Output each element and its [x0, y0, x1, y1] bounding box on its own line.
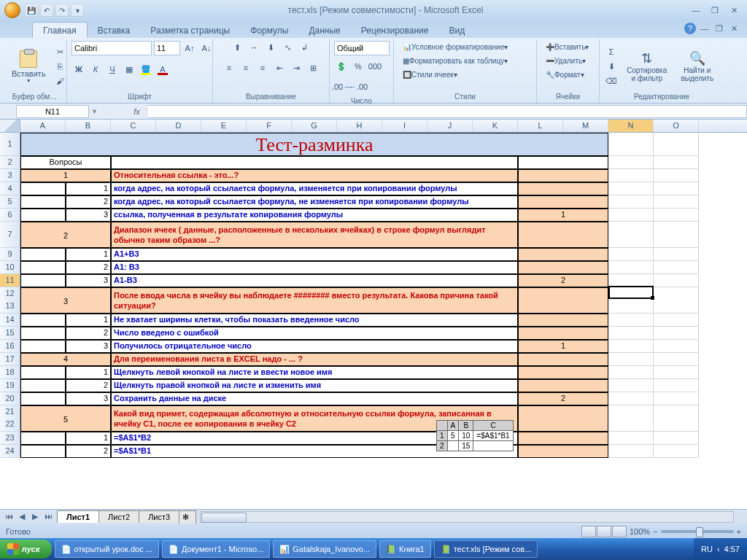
copy-icon[interactable]: ⎘ [53, 60, 68, 73]
sheet-tab[interactable]: Лист2 [98, 510, 139, 523]
cell[interactable] [518, 432, 608, 445]
cell[interactable] [608, 366, 654, 379]
row-header[interactable]: 4 [0, 182, 20, 195]
office-button[interactable] [4, 2, 20, 18]
sheet-last-icon[interactable]: ⏭ [42, 512, 54, 521]
cell[interactable]: 2 [66, 445, 111, 458]
cell[interactable]: Щелкнуть левой кнопкой на листе и ввести… [111, 366, 518, 379]
format-painter-icon[interactable]: 🖌 [53, 74, 68, 88]
cell[interactable] [608, 156, 654, 169]
sheet-next-icon[interactable]: ▶ [29, 512, 41, 521]
cell[interactable] [654, 445, 699, 458]
dec-decimal-icon[interactable]: ←.00 [351, 80, 365, 93]
cell[interactable] [518, 327, 608, 340]
task-item[interactable]: 📗Книга1 [379, 540, 431, 558]
cell[interactable] [608, 222, 654, 248]
cell[interactable] [654, 392, 699, 405]
cell[interactable]: 1 [518, 340, 608, 353]
task-item[interactable]: 📊Gatalskaja_Ivanovo... [273, 540, 376, 558]
tab-review[interactable]: Рецензирование [351, 23, 439, 38]
cell[interactable]: Не хватает ширины клетки, чтобы показать… [111, 314, 518, 327]
cell[interactable] [20, 274, 66, 287]
currency-icon[interactable]: 💲 [334, 60, 349, 73]
spreadsheet-grid[interactable]: A B C D E F G H I J K L M N O 1 Тест-раз… [0, 120, 747, 524]
zoom-level[interactable]: 100% [630, 527, 650, 536]
grow-font-icon[interactable]: A↑ [182, 42, 197, 55]
row-header[interactable]: 6 [0, 209, 20, 222]
cell[interactable]: 3 [66, 274, 111, 287]
cell[interactable] [608, 261, 654, 274]
cell[interactable] [608, 314, 654, 327]
row-header[interactable]: 78 [0, 222, 20, 248]
cell[interactable] [608, 248, 654, 261]
undo-icon[interactable]: ↶ [40, 4, 53, 17]
cell[interactable] [654, 287, 699, 314]
col-header[interactable]: I [382, 120, 427, 132]
cell[interactable] [654, 405, 699, 432]
cell[interactable] [654, 248, 699, 261]
cell[interactable] [608, 169, 654, 182]
indent-inc-icon[interactable]: ⇥ [289, 61, 303, 74]
cell[interactable]: 2 [20, 222, 111, 248]
zoom-out-button[interactable]: − [653, 527, 657, 536]
align-middle-icon[interactable]: ↔ [247, 41, 262, 54]
zoom-in-button[interactable]: + [737, 527, 741, 536]
cell[interactable] [20, 261, 66, 274]
cell[interactable]: Для переименования листа в EXCEL надо - … [111, 353, 518, 366]
cell[interactable] [20, 314, 66, 327]
cell[interactable] [518, 248, 608, 261]
cell[interactable]: Диапазон ячеек ( данные, расположенные в… [111, 222, 518, 248]
cell[interactable] [20, 340, 66, 353]
cell[interactable]: 2 [66, 261, 111, 274]
cell[interactable]: Относительная ссылка - это...? [111, 169, 518, 182]
cell[interactable] [20, 432, 66, 445]
cell[interactable]: 1 [66, 432, 111, 445]
cell[interactable] [518, 445, 608, 458]
cell[interactable] [654, 156, 699, 169]
horizontal-scrollbar[interactable] [200, 511, 734, 523]
task-item[interactable]: 📄Документ1 - Microso... [162, 540, 270, 558]
tab-view[interactable]: Вид [438, 23, 475, 38]
cell[interactable] [654, 327, 699, 340]
align-bottom-icon[interactable]: ⬇ [264, 41, 279, 54]
cell[interactable] [20, 327, 66, 340]
tab-formulas[interactable]: Формулы [240, 23, 298, 38]
tab-page-layout[interactable]: Разметка страницы [140, 23, 240, 38]
cell[interactable] [654, 133, 699, 156]
row-header[interactable]: 17 [0, 353, 20, 366]
col-header[interactable]: K [473, 120, 518, 132]
cell[interactable] [654, 314, 699, 327]
col-header[interactable]: N [608, 120, 654, 132]
format-cells-button[interactable]: 🔧 Формат ▾ [541, 69, 589, 81]
cell[interactable] [20, 366, 66, 379]
save-icon[interactable]: 💾 [25, 4, 38, 17]
sheet-tab[interactable]: Лист3 [139, 510, 179, 523]
row-header[interactable]: 24 [0, 445, 20, 458]
cell[interactable] [608, 405, 654, 432]
cell[interactable]: Число введено с ошибкой [111, 327, 518, 340]
col-header[interactable]: M [563, 120, 608, 132]
format-as-table-button[interactable]: ▦ Форматировать как таблицу ▾ [398, 55, 512, 67]
new-sheet-button[interactable]: ✻ [179, 510, 196, 524]
cell[interactable] [518, 366, 608, 379]
cell[interactable] [654, 274, 699, 287]
restore-button[interactable]: ❐ [706, 4, 724, 17]
find-select-button[interactable]: 🔍 Найти и выделить [676, 42, 719, 90]
select-all-corner[interactable] [0, 120, 20, 132]
cell[interactable]: 3 [20, 287, 111, 314]
cell[interactable] [518, 405, 608, 432]
fill-color-icon[interactable]: 🪣 [139, 63, 153, 76]
align-left-icon[interactable]: ≡ [222, 61, 236, 74]
cell[interactable] [608, 392, 654, 405]
tray-icon[interactable]: ‹ [717, 545, 720, 553]
doc-minimize-button[interactable]: — [699, 23, 711, 34]
cell[interactable]: 2 [66, 195, 111, 209]
cell[interactable] [608, 182, 654, 195]
italic-button[interactable]: К [88, 63, 103, 76]
sheet-tab[interactable]: Лист1 [57, 510, 99, 523]
cell[interactable]: После ввода числа в ячейку вы наблюдаете… [111, 287, 518, 314]
row-header[interactable]: 20 [0, 392, 20, 405]
row-header[interactable]: 1 [0, 133, 20, 156]
clear-icon[interactable]: ⌫ [604, 74, 619, 88]
cell[interactable]: 2 [518, 392, 608, 405]
